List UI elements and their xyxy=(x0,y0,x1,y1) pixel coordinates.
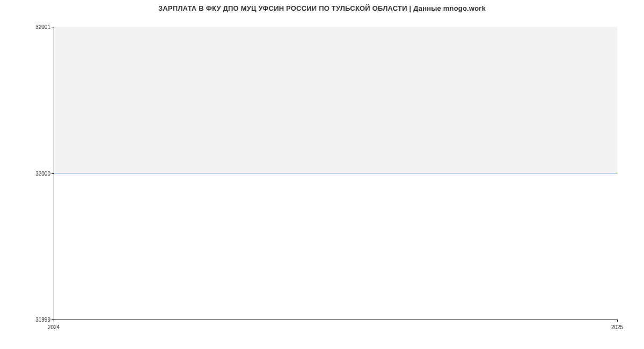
plot-background-upper xyxy=(54,27,617,173)
y-tick-label: 32001 xyxy=(35,24,50,30)
x-tick-mark xyxy=(617,319,618,322)
data-line xyxy=(54,173,617,173)
x-tick-label: 2025 xyxy=(611,324,623,330)
plot-background-lower xyxy=(54,173,617,319)
y-tick-label: 31999 xyxy=(35,317,50,323)
x-tick-mark xyxy=(54,319,54,322)
x-tick-label: 2024 xyxy=(48,324,60,330)
plot-area xyxy=(54,27,617,319)
y-tick-label: 32000 xyxy=(35,170,50,176)
chart-container: ЗАРПЛАТА В ФКУ ДПО МУЦ УФСИН РОССИИ ПО Т… xyxy=(0,0,644,349)
chart-title: ЗАРПЛАТА В ФКУ ДПО МУЦ УФСИН РОССИИ ПО Т… xyxy=(0,4,644,12)
